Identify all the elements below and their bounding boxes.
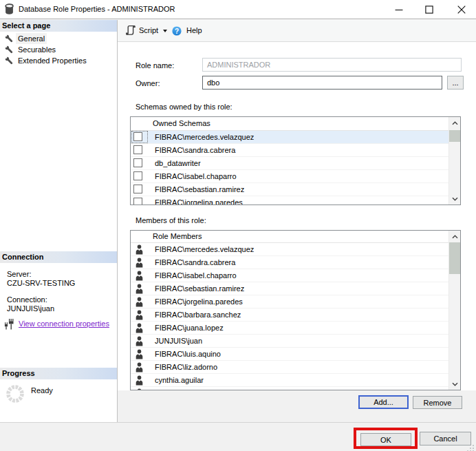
schema-checkbox[interactable]	[133, 198, 142, 205]
members-label: Members of this role:	[136, 216, 206, 225]
script-button[interactable]: Script	[139, 20, 158, 41]
maximize-button[interactable]	[418, 0, 441, 19]
schema-name: FIBRAC\mercedes.velazquez	[155, 131, 254, 143]
help-icon[interactable]: ?	[172, 26, 182, 37]
script-icon[interactable]	[125, 25, 136, 37]
owner-label: Owner:	[136, 78, 160, 88]
owned-schemas-scrollbar[interactable]	[448, 117, 460, 204]
server-label: Server:	[7, 270, 31, 279]
role-member-row[interactable]: FIBRAC\barbara.sanchez	[131, 308, 448, 322]
connection-header: Connection	[0, 251, 117, 263]
sidebar-page-item[interactable]: Securables	[0, 44, 117, 55]
member-name: FIBRAC\liz.adorno	[155, 361, 217, 373]
user-icon	[136, 258, 143, 269]
member-name: FIBRAC\barbara.sanchez	[155, 308, 241, 321]
role-member-row[interactable]: FIBRAC\sebastian.ramirez	[131, 282, 448, 295]
role-member-row[interactable]: FIBRAC\mercedes.velazquez	[131, 243, 448, 256]
user-icon	[136, 310, 143, 322]
scrollbar-thumb[interactable]	[449, 130, 460, 142]
role-members-rows: FIBRAC\mercedes.velazquez FIBRAC\sandra.…	[131, 243, 448, 390]
member-name: FIBRAC\sebastian.ramirez	[155, 282, 244, 295]
toolbar: Script ? Help	[118, 20, 476, 42]
owner-input[interactable]: dbo	[202, 76, 442, 90]
role-members-list: FIBRAC\mercedes.velazquez FIBRAC\sandra.…	[130, 230, 461, 390]
schema-name: FIBRAC\jorgelina.paredes	[155, 196, 243, 205]
add-button[interactable]: Add...	[358, 395, 409, 409]
sidebar: Select a page General	[0, 20, 117, 422]
role-member-row[interactable]: FIBRAC\juana.lopez	[131, 322, 448, 335]
close-button[interactable]	[450, 0, 473, 19]
connection-properties-icon	[4, 318, 14, 330]
role-member-row[interactable]: FIBRAC\jorgelina.paredes	[131, 295, 448, 308]
user-icon	[136, 271, 143, 282]
cancel-button[interactable]: Cancel	[420, 432, 471, 445]
wrench-icon	[5, 56, 13, 65]
user-icon	[136, 284, 143, 295]
select-a-page-header: Select a page	[0, 20, 117, 32]
schema-checkbox[interactable]	[133, 145, 142, 154]
server-value: CZU-SRV-TESTING	[7, 279, 75, 288]
owned-schema-row[interactable]: FIBRAC\jorgelina.paredes	[131, 196, 448, 205]
member-name: cynthia.aguilar	[155, 374, 204, 386]
role-member-row[interactable]: FIBRAC\isabel.chaparro	[131, 269, 448, 282]
connection-label: Connection:	[7, 295, 47, 304]
scroll-up-icon[interactable]	[449, 117, 460, 129]
owned-schemas-rows: FIBRAC\mercedes.velazquez FIBRAC\sandra.…	[131, 131, 448, 205]
list-buttons-strip: Add... Remove	[118, 390, 476, 422]
member-name: FIBRAC\luis.aquino	[155, 348, 221, 360]
scrollbar-thumb[interactable]	[449, 242, 460, 274]
role-member-row[interactable]: cynthia.aguilar	[131, 374, 448, 387]
member-name: FIBRAC\isabel.chaparro	[155, 269, 237, 282]
progress-spinner-icon	[5, 384, 25, 406]
user-icon	[136, 323, 143, 335]
owned-schemas-column-header: Owned Schemas	[131, 117, 448, 131]
ok-button[interactable]: OK	[360, 433, 411, 446]
general-page-content: Role name: ADMINISTRADOR Owner: dbo ... …	[118, 43, 476, 390]
owned-schema-row[interactable]: db_datawriter	[131, 157, 448, 170]
view-connection-properties-link[interactable]: View connection properties	[19, 319, 109, 328]
role-member-row[interactable]: JUNJUIS\juan	[131, 335, 448, 348]
remove-button[interactable]: Remove	[413, 396, 462, 409]
member-name: FIBRAC\juana.lopez	[155, 322, 224, 334]
sidebar-page-item[interactable]: Extended Properties	[0, 55, 117, 66]
schema-name: db_datawriter	[155, 157, 201, 169]
owned-schema-row[interactable]: FIBRAC\sebastian.ramirez	[131, 183, 448, 196]
role-member-row[interactable]: FIBRAC\sandra.cabrera	[131, 256, 448, 269]
database-icon	[5, 3, 14, 17]
sidebar-page-label: Securables	[16, 44, 58, 55]
owner-browse-button[interactable]: ...	[447, 76, 464, 90]
title-bar: Database Role Properties - ADMINISTRADOR	[0, 0, 476, 19]
wrench-icon	[5, 45, 13, 54]
role-member-row[interactable]: FIBRAC\liz.adorno	[131, 361, 448, 374]
member-name: FIBRAC\jorgelina.paredes	[155, 295, 243, 308]
svg-text:?: ?	[175, 28, 179, 35]
owned-schema-row[interactable]: FIBRAC\sandra.cabrera	[131, 144, 448, 157]
role-name-label: Role name:	[136, 61, 174, 70]
schema-checkbox[interactable]	[133, 185, 142, 193]
owned-schema-row[interactable]: FIBRAC\mercedes.velazquez	[131, 131, 448, 144]
role-members-column-header: Role Members	[131, 231, 448, 243]
scroll-down-icon[interactable]	[449, 378, 460, 390]
role-member-row[interactable]: FIBRAC\luis.aquino	[131, 348, 448, 361]
schema-checkbox[interactable]	[133, 171, 142, 180]
script-dropdown-caret-icon[interactable]	[163, 30, 167, 32]
schema-checkbox[interactable]	[133, 158, 142, 167]
schema-checkbox[interactable]	[133, 132, 142, 141]
progress-status: Ready	[31, 386, 53, 395]
resize-grip[interactable]	[473, 445, 474, 446]
schema-name: FIBRAC\sandra.cabrera	[155, 144, 235, 156]
user-icon	[136, 362, 143, 374]
footer-bar: OK Cancel	[0, 422, 476, 451]
minimize-button[interactable]	[387, 0, 411, 19]
help-button[interactable]: Help	[186, 20, 202, 41]
sidebar-page-item[interactable]: General	[0, 33, 117, 44]
scroll-down-icon[interactable]	[449, 193, 460, 204]
role-name-input: ADMINISTRADOR	[202, 58, 462, 72]
dialog-database-role-properties: Database Role Properties - ADMINISTRADOR…	[0, 0, 476, 451]
user-icon	[136, 349, 143, 361]
role-members-scrollbar[interactable]	[448, 231, 460, 390]
user-icon	[136, 297, 143, 308]
schema-name: FIBRAC\sebastian.ramirez	[155, 183, 244, 196]
scroll-up-icon[interactable]	[449, 231, 460, 242]
owned-schema-row[interactable]: FIBRAC\isabel.chaparro	[131, 170, 448, 183]
